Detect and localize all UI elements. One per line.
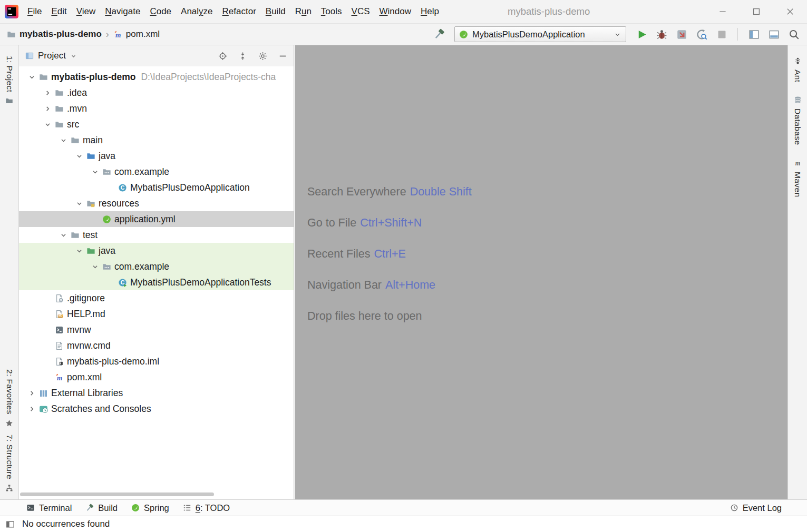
chevron-down-icon[interactable] bbox=[56, 136, 71, 144]
menu-tools[interactable]: Tools bbox=[316, 0, 347, 23]
tree-item-external-libraries[interactable]: External Libraries bbox=[19, 385, 294, 401]
tool-window-button-1-project[interactable]: 1: Project bbox=[5, 56, 14, 105]
right-tool-window-stripe: AntDatabasemMaven bbox=[787, 45, 807, 499]
tool-window-button-ant[interactable]: Ant bbox=[793, 57, 802, 82]
menu-help[interactable]: Help bbox=[416, 0, 444, 23]
tree-item-label: com.example bbox=[114, 166, 169, 178]
tool-window-button-spring[interactable]: Spring bbox=[131, 503, 169, 513]
folder-test-icon bbox=[86, 247, 95, 255]
chevron-right-icon[interactable] bbox=[24, 405, 39, 413]
tree-item-idea[interactable]: .idea bbox=[19, 85, 294, 101]
menu-view[interactable]: View bbox=[72, 0, 101, 23]
settings-button[interactable] bbox=[258, 52, 267, 61]
chevron-down-icon[interactable] bbox=[24, 73, 39, 81]
tool-window-button-7-structure[interactable]: 7: Structure bbox=[5, 435, 14, 492]
project-panel-header: Project bbox=[19, 45, 294, 66]
tree-item-resources[interactable]: resources bbox=[19, 195, 294, 211]
tree-item-mvnw[interactable]: mvnw bbox=[19, 322, 294, 338]
hide-panel-button[interactable] bbox=[278, 52, 287, 61]
folder-icon bbox=[55, 88, 64, 97]
menu-refactor[interactable]: Refactor bbox=[218, 0, 261, 23]
menu-navigate[interactable]: Navigate bbox=[100, 0, 145, 23]
run-with-coverage-button[interactable] bbox=[674, 26, 689, 42]
horizontal-scrollbar[interactable] bbox=[20, 492, 214, 496]
tree-item-mybatisplusdemoapplication[interactable]: CMybatisPlusDemoApplication bbox=[19, 180, 294, 195]
minimize-button[interactable] bbox=[706, 0, 740, 23]
tree-item-main[interactable]: main bbox=[19, 132, 294, 148]
run-configuration-selector[interactable]: MybatisPlusDemoApplication bbox=[454, 26, 626, 42]
tree-item-mybatis-plus-demo-iml[interactable]: mybatis-plus-demo.iml bbox=[19, 353, 294, 369]
folder-icon bbox=[55, 120, 64, 129]
menu-window[interactable]: Window bbox=[375, 0, 416, 23]
tool-window-button-2-favorites[interactable]: 2: Favorites bbox=[5, 369, 14, 427]
debug-button[interactable] bbox=[654, 26, 669, 42]
main-toolbar: mybatis-plus-demo›mpom.xml MybatisPlusDe… bbox=[0, 23, 807, 45]
tree-item-mybatisplusdemoapplicationtests[interactable]: CMybatisPlusDemoApplicationTests bbox=[19, 274, 294, 290]
scratches-icon bbox=[39, 405, 48, 413]
restore-layout-button[interactable] bbox=[766, 26, 782, 42]
hammer-icon bbox=[85, 504, 94, 512]
tree-item-com-example[interactable]: com.example bbox=[19, 164, 294, 180]
folder-solid-icon bbox=[5, 97, 13, 105]
tree-item-mvnw-cmd[interactable]: mvnw.cmd bbox=[19, 338, 294, 353]
tool-window-quick-access-icon[interactable] bbox=[6, 520, 15, 529]
hint-action-text: Drop files here to open bbox=[307, 310, 422, 322]
star-icon bbox=[5, 419, 13, 427]
tree-item-pom-xml[interactable]: mpom.xml bbox=[19, 369, 294, 385]
chevron-down-icon[interactable] bbox=[40, 121, 55, 129]
chevron-right-icon[interactable] bbox=[40, 105, 55, 113]
search-everywhere-button[interactable] bbox=[786, 26, 802, 42]
close-button[interactable] bbox=[773, 0, 807, 23]
tree-item-mvn[interactable]: .mvn bbox=[19, 101, 294, 116]
tree-item-help-md[interactable]: MDHELP.md bbox=[19, 306, 294, 322]
run-button[interactable] bbox=[634, 26, 649, 42]
profiler-button[interactable] bbox=[694, 26, 709, 42]
chevron-down-icon[interactable] bbox=[87, 263, 102, 271]
tree-item-com-example[interactable]: com.example bbox=[19, 259, 294, 274]
build-project-button[interactable] bbox=[431, 26, 447, 42]
tool-window-button-event-log[interactable]: Event Log bbox=[730, 503, 782, 513]
breadcrumb-item-pom-xml[interactable]: mpom.xml bbox=[113, 29, 160, 40]
tree-item-label: src bbox=[67, 119, 79, 130]
tool-window-button-terminal[interactable]: Terminal bbox=[26, 503, 72, 513]
project-view-selector[interactable]: Project bbox=[25, 51, 77, 61]
tree-item-application-yml[interactable]: application.yml bbox=[19, 211, 294, 227]
tree-item-label: Scratches and Consoles bbox=[51, 403, 151, 415]
chevron-down-icon[interactable] bbox=[87, 168, 102, 176]
tool-window-label: 1: Project bbox=[5, 56, 14, 92]
chevron-down-icon[interactable] bbox=[72, 152, 86, 160]
stop-button[interactable] bbox=[714, 26, 730, 42]
maximize-button[interactable] bbox=[740, 0, 773, 23]
chevron-down-icon[interactable] bbox=[56, 231, 71, 239]
tool-window-button-maven[interactable]: mMaven bbox=[793, 159, 802, 198]
menu-file[interactable]: File bbox=[23, 0, 46, 23]
tool-window-button-6-todo[interactable]: 6: TODO bbox=[183, 503, 230, 513]
tree-item-label: External Libraries bbox=[51, 388, 123, 399]
tree-item-java[interactable]: java bbox=[19, 243, 294, 259]
tool-window-button-build[interactable]: Build bbox=[85, 503, 118, 513]
chevron-down-icon bbox=[614, 31, 621, 38]
project-structure-button[interactable] bbox=[746, 26, 762, 42]
locate-file-button[interactable] bbox=[218, 52, 227, 61]
menu-analyze[interactable]: Analyze bbox=[176, 0, 218, 23]
chevron-down-icon[interactable] bbox=[72, 247, 86, 255]
tree-item-test[interactable]: test bbox=[19, 227, 294, 243]
menu-vcs[interactable]: VCS bbox=[347, 0, 375, 23]
collapse-all-button[interactable] bbox=[238, 52, 247, 61]
menu-code[interactable]: Code bbox=[145, 0, 176, 23]
chevron-right-icon[interactable] bbox=[24, 389, 39, 397]
tree-item-java[interactable]: java bbox=[19, 148, 294, 164]
tool-window-button-database[interactable]: Database bbox=[793, 96, 802, 145]
menu-run[interactable]: Run bbox=[290, 0, 316, 23]
menu-edit[interactable]: Edit bbox=[46, 0, 71, 23]
spring-icon bbox=[131, 504, 140, 512]
tree-item-mybatis-plus-demo[interactable]: mybatis-plus-demoD:\IdeaProjects\IdeaPro… bbox=[19, 69, 294, 85]
tree-item-src[interactable]: src bbox=[19, 116, 294, 132]
chevron-right-icon[interactable] bbox=[40, 89, 55, 97]
project-tree: mybatis-plus-demoD:\IdeaProjects\IdeaPro… bbox=[19, 66, 294, 417]
tree-item-gitignore[interactable]: .gitignore bbox=[19, 290, 294, 306]
tree-item-scratches-and-consoles[interactable]: Scratches and Consoles bbox=[19, 401, 294, 417]
chevron-down-icon[interactable] bbox=[72, 200, 86, 208]
breadcrumb-item-mybatis-plus-demo[interactable]: mybatis-plus-demo bbox=[7, 29, 102, 40]
menu-build[interactable]: Build bbox=[261, 0, 290, 23]
